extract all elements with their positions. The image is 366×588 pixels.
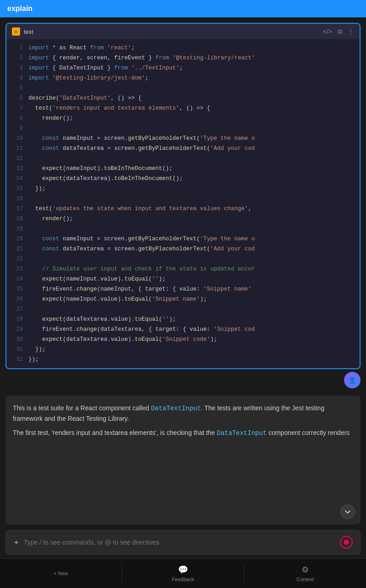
new-label: + New [54,571,68,576]
input-area: ✦ [5,530,361,555]
code-line: 10 const nameInput = screen.getByPlaceho… [6,133,360,143]
new-button[interactable]: + New [0,571,122,576]
copy-icon[interactable]: ⧉ [338,28,342,36]
code-line: 8 render(); [6,113,360,123]
code-panel-header: ≡ text </> ⧉ ⋮ [6,24,360,39]
code-line: 14 expect(dataTextarea).toBeInTheDocumen… [6,174,360,184]
response-text: This is a test suite for a React compone… [13,403,353,424]
code-line: 27 [6,304,360,314]
code-line: 25 fireEvent.change(nameInput, { target:… [6,284,360,294]
page-title: explain [7,5,32,13]
code-line: 28 expect(dataTextarea.value).toEqual(''… [6,314,360,324]
code-panel: ≡ text </> ⧉ ⋮ 1import * as React from '… [5,23,361,369]
code-line: 12 [6,154,360,164]
header-actions: </> ⧉ ⋮ [323,28,354,36]
code-line: 19 [6,224,360,234]
code-line: 1import * as React from 'react'; [6,43,360,53]
feedback-icon: 💬 [178,565,188,575]
avatar-area: 👤 [0,369,366,391]
code-line: 5 [6,83,360,93]
inline-code-1: DataTextInput [151,405,201,412]
code-line: 3import { DataTextInput } from '../TextI… [6,63,360,73]
context-button[interactable]: ⚙ Context [244,565,366,582]
code-line: 29 fireEvent.change(dataTextarea, { targ… [6,324,360,334]
code-line: 31 }); [6,344,360,355]
file-title-row: ≡ text [12,27,33,36]
response-text-3: The first test, 'renders input and texta… [13,429,217,436]
inline-code-2: DataTextInput [217,429,267,437]
code-line: 22 [6,254,360,264]
sparkle-icon: ✦ [13,538,19,547]
code-line: 18 render(); [6,214,360,224]
code-line: 24 expect(nameInput.value).toEqual(''); [6,274,360,284]
code-line: 32}); [6,355,360,365]
scroll-down-button[interactable] [340,504,355,519]
stop-button[interactable] [340,536,353,549]
code-view-icon[interactable]: </> [323,28,332,35]
more-icon[interactable]: ⋮ [348,28,354,35]
response-text-second: The first test, 'renders input and texta… [13,428,353,438]
code-line: 13 expect(nameInput).toBeInTheDocument()… [6,164,360,174]
stop-icon [344,540,349,545]
code-line: 6describe('DataTextInput', () => { [6,93,360,103]
code-line: 23 // Simulate user input and check if t… [6,264,360,274]
top-bar: explain [0,0,366,17]
code-content: 1import * as React from 'react'; 2import… [6,39,360,368]
code-line: 15 }); [6,184,360,194]
code-line: 26 expect(nameInput.value).toEqual('Snip… [6,294,360,304]
context-label: Context [296,577,314,582]
context-icon: ⚙ [301,565,309,575]
response-text-4: component correctly renders [267,429,350,436]
code-line: 11 const dataTextarea = screen.getByPlac… [6,143,360,154]
code-line: 9 [6,123,360,133]
file-icon: ≡ [12,27,20,36]
bottom-bar: + New 💬 Feedback ⚙ Context [0,558,366,588]
response-text-1: This is a test suite for a React compone… [13,404,151,412]
avatar: 👤 [344,372,361,388]
code-line: 20 const nameInput = screen.getByPlaceho… [6,234,360,244]
code-line: 4import '@testing-library/jest-dom'; [6,73,360,83]
code-line: 17 test('updates the state when input an… [6,204,360,214]
feedback-button[interactable]: 💬 Feedback [122,565,244,582]
feedback-label: Feedback [172,577,194,582]
file-name: text [24,28,33,35]
response-area: This is a test suite for a React compone… [5,396,361,524]
code-line: 16 [6,194,360,204]
code-line: 30 expect(dataTextarea.value).toEqual('S… [6,334,360,344]
code-line: 21 const dataTextarea = screen.getByPlac… [6,244,360,254]
command-input[interactable] [24,539,335,546]
code-line: 7 test('renders input and textarea eleme… [6,103,360,113]
code-line: 2import { render, screen, fireEvent } fr… [6,53,360,63]
